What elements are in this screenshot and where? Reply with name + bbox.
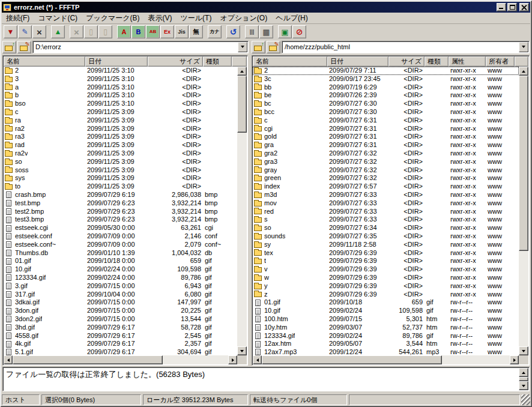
file-row[interactable]: 3dkai.gif2099/07/15 0:00147,997gif xyxy=(4,298,237,307)
scroll-right-button[interactable] xyxy=(228,355,237,364)
remote-path-dropdown-button[interactable] xyxy=(519,42,528,52)
list-view-button[interactable]: ||| xyxy=(245,25,259,38)
scroll-thumb[interactable] xyxy=(262,355,442,364)
log-vertical-scrollbar[interactable] xyxy=(519,368,528,390)
kanji-ab-button[interactable]: AB xyxy=(146,25,160,38)
sync-mode-button[interactable]: ▣ xyxy=(278,25,292,38)
file-row[interactable]: index2099/07/27 6:57<DIR>rwxr-xr-xwww xyxy=(253,182,519,191)
file-row[interactable]: soss2099/11/25 3:09<DIR> xyxy=(4,166,237,175)
column-header-type[interactable]: 種類 xyxy=(203,56,232,67)
local-vertical-scrollbar[interactable] xyxy=(237,67,247,355)
file-row[interactable]: 5.1.gif2099/07/29 6:17304,694gif xyxy=(4,348,237,355)
file-row[interactable]: estseek.conf2099/07/09 0:002,146conf xyxy=(4,232,237,241)
file-row[interactable]: Thumbs.db2099/01/10 1:391,004,032db xyxy=(4,249,237,258)
file-row[interactable]: crash.bmp2099/07/29 6:192,986,038bmp xyxy=(4,191,237,199)
menu-connect[interactable]: 接続(F) xyxy=(2,12,34,25)
file-row[interactable]: rad2099/11/25 3:09<DIR> xyxy=(4,141,237,149)
file-row[interactable]: s2099/07/27 6:33<DIR>rwxr-xr-xwww xyxy=(253,216,519,224)
file-row[interactable]: 3c2099/09/17 23:45<DIR>rwxr-xr-xwww xyxy=(253,75,519,83)
file-row[interactable]: 12ax.htm2099/05/073,544htmrw-r--r--www xyxy=(253,340,519,348)
maximize-button[interactable] xyxy=(507,3,517,11)
menu-tool[interactable]: ツール(T) xyxy=(177,12,216,25)
file-row[interactable]: tex2099/07/29 6:39<DIR>rwxr-xr-xwww xyxy=(253,249,519,258)
file-row[interactable]: gra2099/07/27 6:31<DIR>rwxr-xr-xwww xyxy=(253,141,519,149)
kanji-none-button[interactable]: 無 xyxy=(189,25,203,38)
file-row[interactable]: 22099/07/29 7:11<DIR>rwxr-xr-xwww xyxy=(253,67,519,75)
scroll-left-button[interactable] xyxy=(4,355,13,364)
app-icon[interactable] xyxy=(3,4,11,11)
local-path-combobox[interactable]: D:\errorz xyxy=(32,41,249,53)
file-row[interactable]: estseek.conf~2099/07/09 0:002,079conf~ xyxy=(4,241,237,249)
remote-vertical-scrollbar[interactable] xyxy=(519,67,528,355)
detail-view-button[interactable]: ▦ xyxy=(259,25,273,38)
scroll-up-button[interactable] xyxy=(519,368,528,377)
file-row[interactable]: gold2099/07/27 6:31<DIR>rwxr-xr-xwww xyxy=(253,133,519,141)
kanji-jis-button[interactable]: Jis xyxy=(175,25,189,38)
upload-button[interactable]: ▲ xyxy=(51,25,65,38)
file-row[interactable]: bb2099/07/19 6:29<DIR>rwxr-xr-xwww xyxy=(253,83,519,92)
mirror-download-button[interactable]: × xyxy=(32,25,46,38)
file-row[interactable]: 12ax7.mp32099/12/24544,261mp3rw-r--r--ww… xyxy=(253,348,519,355)
file-row[interactable]: 01.gif2099/10/18 0:00659gif xyxy=(4,257,237,265)
file-row[interactable]: to2099/11/25 3:09<DIR> xyxy=(4,182,237,191)
file-row[interactable]: t2099/07/29 6:39<DIR>rwxr-xr-xwww xyxy=(253,257,519,265)
file-row[interactable]: c2099/07/27 6:31<DIR>rwxr-xr-xwww xyxy=(253,116,519,125)
title-bar[interactable]: errorz.net (*) - FFFTP xyxy=(2,2,530,13)
file-row[interactable]: estseek.cgi2099/05/30 0:0063,261cgi xyxy=(4,224,237,232)
download-as-button[interactable]: ✎ xyxy=(18,25,32,38)
file-row[interactable]: 3hd.gif2099/07/29 6:1758,728gif xyxy=(4,324,237,332)
file-row[interactable]: b2099/11/25 3:10<DIR> xyxy=(4,91,237,100)
file-row[interactable]: 32099/11/25 3:10<DIR> xyxy=(4,75,237,83)
file-row[interactable]: gra32099/07/27 6:32<DIR>rwxr-xr-xwww xyxy=(253,158,519,166)
local-path-dropdown-button[interactable] xyxy=(238,42,247,52)
file-row[interactable]: test3.bmp2099/07/29 6:233,932,214bmp xyxy=(4,216,237,224)
file-row[interactable]: 123334.gif2099/02/2489,786gifrw-r--r--ww… xyxy=(253,332,519,340)
file-row[interactable]: cgi2099/07/27 6:31<DIR>rwxr-xr-xwww xyxy=(253,125,519,133)
remote-horizontal-scrollbar[interactable] xyxy=(253,355,519,364)
file-row[interactable]: gra22099/07/27 6:32<DIR>rwxr-xr-xwww xyxy=(253,149,519,158)
file-row[interactable]: so2099/11/25 3:09<DIR> xyxy=(4,158,237,166)
kana-convert-button[interactable]: カナ xyxy=(208,25,222,38)
file-row[interactable]: test.bmp2099/07/29 6:233,932,214bmp xyxy=(4,199,237,208)
remote-change-dir-button[interactable]: ✎ xyxy=(267,41,280,53)
menu-bookmark[interactable]: ブックマーク(B) xyxy=(82,12,144,25)
file-row[interactable]: y2099/07/29 6:39<DIR>rwxr-xr-xwww xyxy=(253,282,519,291)
file-row[interactable]: m3d2099/07/27 6:33<DIR>rwxr-xr-xwww xyxy=(253,191,519,199)
close-button[interactable] xyxy=(519,3,529,11)
menu-command[interactable]: コマンド(C) xyxy=(34,12,82,25)
file-row[interactable]: 22099/11/25 3:10<DIR> xyxy=(4,67,237,75)
local-horizontal-scrollbar[interactable] xyxy=(4,355,237,364)
file-row[interactable]: 10y.htm2099/03/0752,737htmrw-r--r--www xyxy=(253,324,519,332)
scroll-up-button[interactable] xyxy=(237,67,247,76)
scroll-thumb[interactable] xyxy=(13,355,163,364)
file-row[interactable]: ra2099/11/25 3:09<DIR> xyxy=(4,116,237,125)
column-header-type[interactable]: 種類 xyxy=(425,56,449,67)
refresh-button[interactable]: ↺ xyxy=(226,25,240,38)
file-row[interactable]: green2099/07/27 6:32<DIR>rwxr-xr-xwww xyxy=(253,174,519,182)
file-row[interactable]: z2099/07/29 6:39<DIR>rwxr-xr-xwww xyxy=(253,291,519,299)
file-row[interactable]: sy2099/11/18 2:58<DIR>rwxr-xr-xwww xyxy=(253,241,519,249)
column-header-name[interactable]: 名前 xyxy=(4,56,85,67)
file-row[interactable]: a2099/11/25 3:10<DIR> xyxy=(4,83,237,92)
scroll-thumb[interactable] xyxy=(519,76,528,251)
file-row[interactable]: 10.gif2099/02/24109,598gifrw-r--r--www xyxy=(253,307,519,315)
column-header-owner[interactable]: 所有者 xyxy=(486,56,515,67)
file-row[interactable]: bcc2099/07/27 6:30<DIR>rwxr-xr-xwww xyxy=(253,108,519,116)
file-row[interactable]: 4558.gif2099/07/29 6:172,545gif xyxy=(4,332,237,340)
file-row[interactable]: mov2099/07/27 6:33<DIR>rwxr-xr-xwww xyxy=(253,199,519,208)
column-header-date[interactable]: 日付 xyxy=(327,56,388,67)
file-row[interactable]: 4k.gif2099/07/29 6:172,357gif xyxy=(4,340,237,348)
file-row[interactable]: sounds2099/07/27 6:35<DIR>rwxr-xr-xwww xyxy=(253,232,519,241)
file-row[interactable]: w2099/07/29 6:39<DIR>rwxr-xr-xwww xyxy=(253,274,519,282)
scroll-left-button[interactable] xyxy=(253,355,262,364)
file-row[interactable]: v2099/07/29 6:39<DIR>rwxr-xr-xwww xyxy=(253,265,519,274)
column-header-attr[interactable]: 属性 xyxy=(449,56,486,67)
minimize-button[interactable] xyxy=(497,3,506,11)
scroll-down-button[interactable] xyxy=(519,346,528,355)
column-header-date[interactable]: 日付 xyxy=(85,56,148,67)
scroll-down-button[interactable] xyxy=(237,346,247,355)
file-row[interactable]: gray2099/07/27 6:32<DIR>rwxr-xr-xwww xyxy=(253,166,519,175)
menu-option[interactable]: オプション(O) xyxy=(216,12,271,25)
file-row[interactable]: c2099/11/25 3:09<DIR> xyxy=(4,108,237,116)
file-row[interactable]: so2099/07/27 6:34<DIR>rwxr-xr-xwww xyxy=(253,224,519,232)
